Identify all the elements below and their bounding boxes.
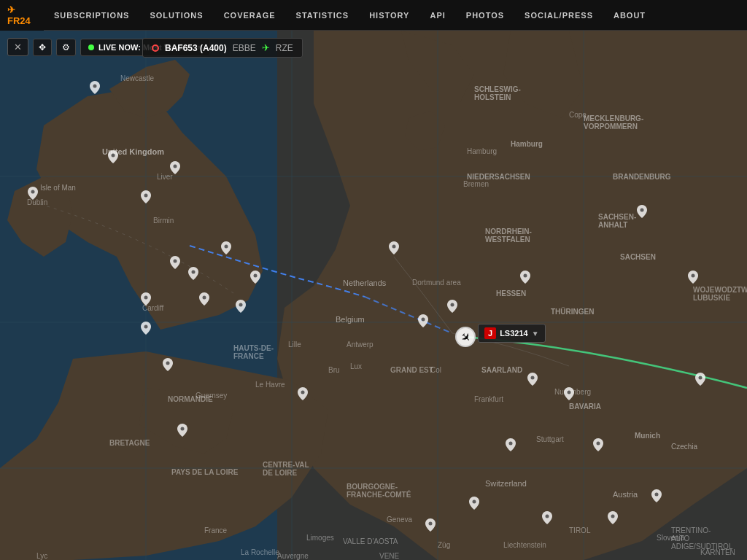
flight-pin[interactable] bbox=[695, 373, 705, 388]
svg-point-29 bbox=[531, 376, 535, 380]
flight-info-bar[interactable]: BAF653 (A400) EBBE ✈ RZE bbox=[142, 38, 303, 58]
svg-point-18 bbox=[174, 260, 177, 263]
svg-point-10 bbox=[144, 194, 148, 198]
navigation-bar: ✈FR24 SUBSCRIPTIONS SOLUTIONS COVERAGE S… bbox=[0, 0, 747, 31]
flight-pin[interactable] bbox=[298, 387, 308, 402]
flight-pin[interactable] bbox=[506, 438, 516, 454]
svg-point-27 bbox=[568, 391, 571, 394]
flight-pin[interactable] bbox=[425, 518, 436, 534]
flight-pin[interactable] bbox=[389, 241, 399, 257]
flight-pin[interactable] bbox=[469, 497, 479, 512]
flight-pin[interactable] bbox=[527, 373, 538, 388]
svg-point-11 bbox=[174, 165, 177, 168]
airline-code-badge: J bbox=[484, 327, 496, 339]
nav-about[interactable]: ABOUT bbox=[603, 0, 656, 30]
flight-pin[interactable] bbox=[250, 271, 260, 286]
flight-pin[interactable] bbox=[199, 292, 209, 308]
nav-menu: SUBSCRIPTIONS SOLUTIONS COVERAGE STATIST… bbox=[44, 0, 656, 30]
svg-point-30 bbox=[509, 442, 513, 446]
flight-pin[interactable] bbox=[170, 256, 180, 271]
svg-point-26 bbox=[524, 274, 527, 278]
flight-pin[interactable] bbox=[236, 300, 246, 315]
svg-point-19 bbox=[192, 271, 196, 274]
svg-point-12 bbox=[225, 245, 228, 249]
svg-point-14 bbox=[239, 303, 243, 307]
flight-pin[interactable] bbox=[170, 161, 180, 176]
flight-pin[interactable] bbox=[177, 424, 187, 439]
svg-point-38 bbox=[640, 209, 644, 212]
flight-pin[interactable] bbox=[418, 314, 428, 330]
flight-pin[interactable] bbox=[688, 271, 698, 286]
flight-pin[interactable] bbox=[637, 205, 647, 220]
flight-pin[interactable] bbox=[520, 271, 530, 286]
nav-subscriptions[interactable]: SUBSCRIPTIONS bbox=[44, 0, 139, 30]
flight-destination: RZE bbox=[276, 43, 293, 53]
flight-pin[interactable] bbox=[28, 187, 38, 202]
svg-point-9 bbox=[112, 154, 115, 158]
flight-pin[interactable] bbox=[608, 511, 618, 526]
flight-pin[interactable] bbox=[188, 267, 198, 282]
settings-button[interactable]: ⚙ bbox=[56, 39, 76, 56]
nav-photos[interactable]: PHOTOS bbox=[456, 0, 514, 30]
nav-api[interactable]: API bbox=[419, 0, 455, 30]
aircraft-icon: ✈ bbox=[457, 329, 474, 346]
flight-pin[interactable] bbox=[221, 241, 231, 257]
flight-pin[interactable] bbox=[90, 81, 100, 96]
svg-point-15 bbox=[203, 296, 206, 300]
flight-pin[interactable] bbox=[593, 438, 603, 454]
flight-pin[interactable] bbox=[542, 511, 552, 526]
svg-point-37 bbox=[546, 515, 549, 518]
live-indicator bbox=[88, 44, 94, 50]
flight-pin[interactable] bbox=[141, 292, 151, 308]
svg-point-20 bbox=[166, 362, 170, 365]
svg-point-24 bbox=[422, 318, 425, 322]
svg-point-21 bbox=[181, 427, 185, 431]
svg-point-8 bbox=[93, 85, 97, 88]
svg-point-23 bbox=[392, 245, 396, 249]
move-button[interactable]: ✥ bbox=[33, 39, 52, 56]
nav-history[interactable]: HISTORY bbox=[359, 0, 419, 30]
svg-point-32 bbox=[699, 376, 703, 380]
svg-point-28 bbox=[597, 442, 600, 446]
site-logo[interactable]: ✈FR24 bbox=[0, 0, 44, 31]
nav-coverage[interactable]: COVERAGE bbox=[214, 0, 286, 30]
close-button[interactable]: ✕ bbox=[7, 38, 28, 56]
flight-pin[interactable] bbox=[447, 300, 457, 315]
flight-number-label: LS3214 bbox=[500, 329, 528, 338]
svg-point-36 bbox=[429, 522, 433, 526]
svg-point-25 bbox=[451, 303, 454, 307]
flight-label-popup[interactable]: J LS3214 ▼ bbox=[478, 324, 546, 343]
flight-pin[interactable] bbox=[651, 489, 662, 505]
dropdown-arrow-icon[interactable]: ▼ bbox=[532, 330, 539, 338]
svg-point-39 bbox=[31, 190, 35, 194]
flight-origin-indicator bbox=[152, 44, 159, 52]
nav-social-press[interactable]: SOCIAL/PRESS bbox=[514, 0, 603, 30]
svg-point-13 bbox=[254, 274, 258, 278]
flight-pin[interactable] bbox=[108, 150, 118, 166]
svg-point-34 bbox=[611, 515, 615, 518]
svg-point-35 bbox=[473, 500, 476, 504]
flight-pin[interactable] bbox=[141, 322, 151, 337]
flight-pin[interactable] bbox=[163, 358, 173, 373]
flight-pin[interactable] bbox=[141, 190, 151, 206]
nav-statistics[interactable]: STATISTICS bbox=[286, 0, 360, 30]
svg-point-33 bbox=[655, 493, 659, 497]
nav-solutions[interactable]: SOLUTIONS bbox=[139, 0, 213, 30]
svg-point-31 bbox=[692, 274, 695, 278]
svg-point-16 bbox=[144, 296, 148, 300]
flight-origin: EBBE bbox=[233, 43, 256, 53]
flight-arrow-icon: ✈ bbox=[262, 42, 270, 53]
flight-pin[interactable] bbox=[564, 387, 574, 402]
map-container[interactable]: ✕ ✥ ⚙ LIVE NOW: Most Viewed ▼ BAF653 (A4… bbox=[0, 31, 747, 560]
map-background bbox=[0, 31, 747, 560]
flight-callsign: BAF653 (A400) bbox=[165, 43, 227, 53]
svg-point-22 bbox=[301, 391, 305, 394]
aircraft-marker[interactable]: ✈ bbox=[455, 327, 476, 347]
svg-point-17 bbox=[144, 325, 148, 329]
